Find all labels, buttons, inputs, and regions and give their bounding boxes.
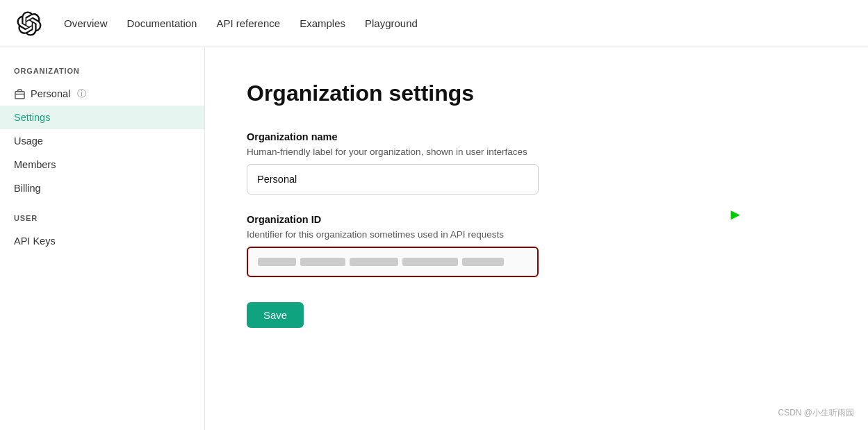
sidebar-item-billing[interactable]: Billing	[0, 176, 204, 200]
page-title: Organization settings	[247, 81, 826, 106]
sidebar-item-api-keys[interactable]: API Keys	[0, 229, 204, 253]
org-id-field	[247, 247, 539, 277]
user-section-label: USER	[0, 214, 204, 229]
nav-links: Overview Documentation API reference Exa…	[64, 17, 418, 29]
sidebar-item-members[interactable]: Members	[0, 153, 204, 176]
settings-label: Settings	[14, 112, 50, 123]
redact-block-4	[402, 258, 458, 266]
org-id-section: Organization ID Identifier for this orga…	[247, 214, 826, 277]
nav-playground[interactable]: Playground	[365, 17, 418, 29]
org-section-label: ORGANIZATION	[0, 67, 204, 82]
redact-block-1	[258, 258, 296, 266]
org-name-section: Organization name Human-friendly label f…	[247, 131, 826, 195]
sidebar: ORGANIZATION Personal ⓘ Settings Usage M…	[0, 47, 205, 430]
usage-label: Usage	[14, 135, 43, 147]
redact-block-2	[300, 258, 345, 266]
redact-block-5	[462, 258, 504, 266]
personal-label: Personal	[31, 88, 70, 99]
org-name-desc: Human-friendly label for your organizati…	[247, 147, 826, 157]
top-navigation: Overview Documentation API reference Exa…	[0, 0, 868, 47]
sidebar-item-personal[interactable]: Personal ⓘ	[0, 82, 204, 106]
nav-examples[interactable]: Examples	[300, 17, 345, 29]
sidebar-item-usage[interactable]: Usage	[0, 129, 204, 153]
info-icon: ⓘ	[76, 88, 87, 99]
billing-label: Billing	[14, 183, 41, 194]
cursor-indicator: ►	[728, 207, 743, 222]
nav-api-reference[interactable]: API reference	[216, 17, 280, 29]
org-id-redacted	[258, 258, 504, 266]
sidebar-item-settings[interactable]: Settings	[0, 106, 204, 129]
main-content: Organization settings Organization name …	[205, 47, 868, 430]
redact-block-3	[350, 258, 398, 266]
watermark: CSDN @小生听雨园	[778, 407, 854, 419]
main-layout: ORGANIZATION Personal ⓘ Settings Usage M…	[0, 47, 868, 430]
svg-rect-0	[15, 91, 24, 98]
org-name-label: Organization name	[247, 131, 826, 142]
nav-overview[interactable]: Overview	[64, 17, 108, 29]
openai-logo[interactable]	[17, 11, 42, 36]
org-id-desc: Identifier for this organization sometim…	[247, 229, 826, 240]
members-label: Members	[14, 159, 56, 170]
save-button[interactable]: Save	[247, 302, 304, 328]
api-keys-label: API Keys	[14, 235, 56, 247]
nav-documentation[interactable]: Documentation	[127, 17, 197, 29]
org-name-input[interactable]	[247, 164, 539, 195]
building-icon	[14, 88, 25, 99]
